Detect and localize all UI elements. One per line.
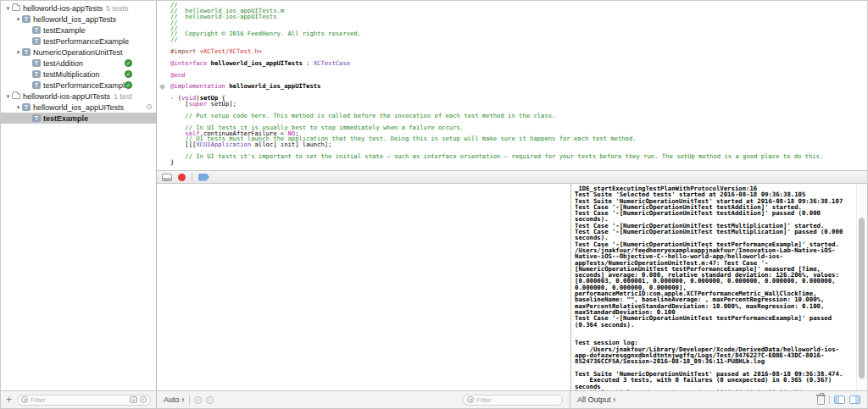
indent-spacer	[1, 107, 14, 108]
test-item-label: helloworld-ios-appTests	[23, 4, 103, 13]
code-token: @implementation	[170, 82, 225, 90]
console-scrollbar-track[interactable]	[856, 184, 867, 390]
breakpoint-icon[interactable]	[198, 174, 209, 181]
code-line	[170, 67, 867, 73]
test-navigator-row[interactable]: TtestExample	[1, 113, 156, 124]
code-token: // helloworld-ios-appUITests	[170, 13, 277, 20]
editor-code: //// helloworld_ios_appUITests.m// hello…	[170, 3, 867, 170]
indent-spacer	[1, 30, 25, 30]
code-token: helloworld_ios_appUITests	[229, 82, 320, 90]
disclosure-triangle-icon[interactable]: ▾	[4, 5, 12, 12]
test-class-icon: T	[22, 15, 31, 23]
code-line: @interface helloworld_ios_appUITests : X…	[170, 61, 867, 67]
flagged-tests-filter-icon[interactable]	[130, 396, 137, 403]
variables-scope-label: Auto	[164, 395, 180, 404]
test-class-icon: T	[32, 70, 41, 78]
indent-spacer	[1, 52, 14, 53]
indent-spacer	[1, 19, 14, 19]
console-scrollbar-thumb[interactable]	[859, 218, 865, 379]
console-pane[interactable]: _IDE_startExecutingTestPlanWithProtocolV…	[570, 184, 867, 390]
code-line: @end	[170, 73, 867, 79]
failed-tests-filter-icon[interactable]	[140, 396, 147, 403]
test-passed-icon[interactable]: ✓	[125, 59, 132, 67]
variables-filter-input[interactable]	[476, 396, 559, 404]
chevron-updown-icon	[181, 397, 185, 403]
disclosure-triangle-icon[interactable]: ▾	[14, 104, 22, 111]
disclosure-triangle-icon[interactable]: ▾	[14, 49, 22, 56]
console-scope-label: All Output	[577, 395, 611, 404]
variables-filter-field[interactable]	[463, 395, 563, 406]
debug-bar	[157, 170, 867, 184]
variables-scope-popup[interactable]: Auto	[164, 395, 185, 404]
test-item-label: testAddition	[43, 59, 83, 68]
test-class-icon: T	[22, 103, 31, 111]
xcode-window: ▾helloworld-ios-appTests5 tests▾Thellowo…	[0, 0, 868, 409]
navigator-filter-input[interactable]	[31, 396, 127, 404]
code-line: // In UI tests it's important to set the…	[170, 154, 867, 160]
test-class-icon: T	[22, 48, 31, 56]
test-navigator-row[interactable]: TtestAddition✓	[1, 58, 156, 69]
test-navigator-row[interactable]: TtestPerformanceExample	[1, 36, 156, 47]
disclosure-triangle-icon[interactable]: ▾	[14, 16, 22, 23]
add-button[interactable]: +	[6, 395, 12, 404]
code-line: - (void)setUp {	[170, 96, 867, 102]
code-token: <XCTest/XCTest.h>	[200, 47, 263, 55]
console-bar: All Output	[570, 391, 867, 408]
debug-bar-divider	[192, 173, 192, 181]
navigator-filter-bar: +	[1, 391, 157, 408]
test-navigator-row[interactable]: TtestPerformanceExample✓	[1, 80, 156, 91]
test-navigator-row[interactable]: ▾helloworld-ios-appUITests1 test	[1, 91, 156, 102]
variables-bar-divider	[189, 395, 190, 404]
code-token: #import	[170, 47, 200, 55]
code-line: [super setUp];	[170, 102, 867, 108]
clear-console-icon[interactable]	[817, 396, 825, 405]
test-count-label: 5 tests	[106, 4, 129, 13]
source-editor[interactable]: //// helloworld_ios_appUITests.m// hello…	[157, 1, 867, 170]
folder-icon	[12, 5, 20, 11]
variables-view[interactable]	[157, 184, 570, 390]
code-token: // Copyright © 2016 FeedHenry. All right…	[170, 30, 361, 37]
test-navigator: ▾helloworld-ios-appTests5 tests▾Thellowo…	[1, 1, 157, 390]
indent-spacer	[1, 63, 25, 64]
debug-area: _IDE_startExecutingTestPlanWithProtocolV…	[157, 184, 867, 390]
test-navigator-list: ▾helloworld-ios-appTests5 tests▾Thellowo…	[1, 3, 156, 124]
test-navigator-row[interactable]: ▾Thelloworld_ios_appUITests	[1, 102, 156, 113]
test-navigator-row[interactable]: ▾helloworld-ios-appTests5 tests	[1, 3, 156, 14]
main-area: ▾helloworld-ios-appTests5 tests▾Thellowo…	[1, 1, 867, 390]
console-bar-divider	[829, 395, 830, 404]
test-navigator-row[interactable]: TtestExample	[1, 25, 156, 36]
console-scope-popup[interactable]: All Output	[577, 395, 616, 404]
disclosure-triangle-icon[interactable]: ▾	[4, 93, 12, 100]
test-navigator-row[interactable]: ▾TNumericOperationUnitTest	[1, 47, 156, 58]
code-token: // Put setup code here. This method is c…	[170, 112, 555, 119]
test-navigator-row[interactable]: TtestMultiplication✓	[1, 69, 156, 80]
test-navigator-row[interactable]: ▾Thelloworld_ios_appTests	[1, 14, 156, 25]
code-token: super	[189, 100, 208, 108]
toggle-console-pane-icon[interactable]	[849, 395, 860, 404]
test-item-label: helloworld_ios_appTests	[33, 15, 116, 24]
code-line: // helloworld-ios-appUITests	[170, 14, 867, 20]
test-passed-icon[interactable]: ✓	[125, 70, 132, 78]
code-line	[170, 90, 867, 96]
test-diamond-icon[interactable]	[159, 84, 165, 90]
code-token: alloc] init] launch];	[251, 141, 331, 148]
bottom-bar: + Auto All Output	[1, 390, 867, 408]
test-passed-icon[interactable]: ✓	[125, 81, 132, 89]
editor-column: //// helloworld_ios_appUITests.m// hello…	[157, 1, 867, 390]
test-item-label: testExample	[43, 114, 88, 123]
code-line: //	[170, 37, 867, 43]
code-line: }	[170, 160, 867, 166]
quicklook-icon[interactable]	[194, 396, 202, 404]
test-class-icon: T	[32, 37, 41, 45]
navigator-filter-field[interactable]	[17, 395, 151, 406]
hide-debug-area-icon[interactable]	[162, 174, 172, 181]
code-line: //	[170, 20, 867, 26]
toggle-variables-pane-icon[interactable]	[834, 395, 845, 404]
code-token: [[[	[170, 141, 196, 148]
code-token: helloworld_ios_appUITests	[211, 59, 303, 67]
test-item-label: NumericOperationUnitTest	[33, 48, 123, 57]
info-icon[interactable]	[206, 396, 214, 404]
record-icon[interactable]	[178, 174, 186, 181]
code-token: :	[303, 59, 314, 67]
test-run-indicator-icon	[147, 104, 152, 109]
